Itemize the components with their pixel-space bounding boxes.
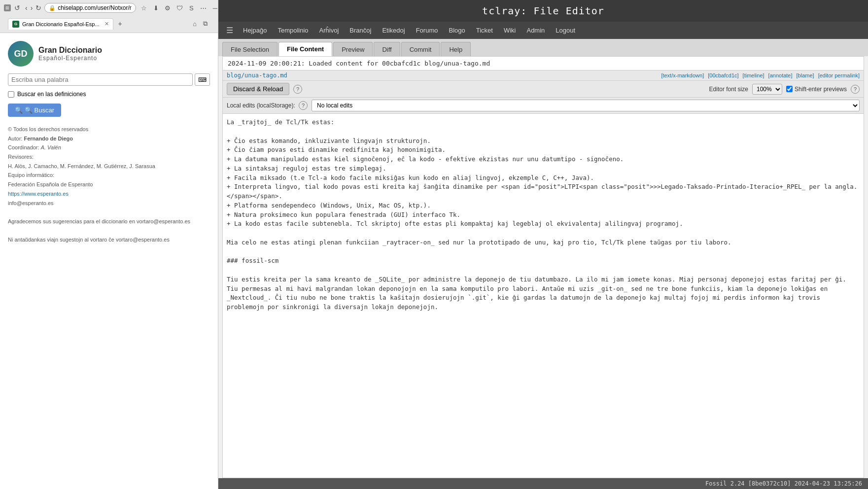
coordinator-row: Coordinador: A. Valén [8,143,210,152]
font-size-label: Editor font size [709,86,748,93]
email: info@esperanto.es [8,199,210,208]
tab-help[interactable]: Help [441,42,471,56]
site-title-block: Gran Diccionario Español-Esperanto [38,46,102,62]
search-row: ⌨ [8,73,210,86]
forward-btn[interactable]: › [31,3,33,13]
nav-bar: ☰ Hejpaĝo Tempolinio Arĥivoj Branĉoj Eti… [218,22,868,39]
tabs-row: File Selection File Content Preview Diff… [218,39,868,56]
more-icon[interactable]: ⋯ [198,3,208,13]
tab-file-selection[interactable]: File Selection [222,42,278,56]
lock-icon: 🔒 [49,5,56,11]
shift-enter-help-icon[interactable]: ? [851,85,860,94]
tab-bar: G Gran Diccionario Español-Esp... ✕ + ⌂ … [4,16,214,30]
ni-antaudankas: Ni antaŭdankas viajn sugestojn al vortar… [8,235,210,244]
tab-close-btn[interactable]: ✕ [104,21,109,27]
local-edits-label: Local edits (localStorage): ? [227,101,308,110]
address-bar-container: 🔒 [44,3,136,13]
nav-forumo[interactable]: Forumo [411,23,443,38]
file-checkin-link[interactable]: [00cbafcd1c] [708,72,738,78]
site-main-title: Gran Diccionario [38,46,102,55]
author-row: Autor: Fernando de Diego [8,134,210,143]
file-blame-link[interactable]: [blame] [797,72,814,78]
nav-arhivoj[interactable]: Arĥivoj [314,23,344,38]
font-size-select[interactable]: 50% 75% 100% 125% 150% [752,84,782,95]
local-edits-select[interactable]: No local edits [312,100,860,111]
footer-text: Fossil 2.24 [8be0372c10] 2024-04-23 13:2… [705,480,862,487]
local-edits-row: Local edits (localStorage): ? No local e… [222,98,864,114]
search-input[interactable] [8,73,193,86]
logo-text: GD [14,49,28,59]
tab-diff[interactable]: Diff [374,42,400,56]
equipo-row: Equipo informático: [8,171,210,180]
prev-browser-btn[interactable]: ↺ [12,3,22,13]
profile-icon[interactable]: S [186,3,196,13]
browser-tab[interactable]: G Gran Diccionario Español-Esp... ✕ [8,18,113,30]
discard-reload-btn[interactable]: Discard & Reload [227,83,289,95]
file-editor-permalink[interactable]: [editor permalink] [818,72,860,78]
nav-logout[interactable]: Logout [551,23,580,38]
logo-area: GD Gran Diccionario Español-Esperanto [8,41,210,67]
shift-enter-label: Shift-enter previews ? [786,85,860,94]
discard-help-icon[interactable]: ? [293,85,302,94]
browser-chrome: ⊞ ↺ ‹ › ↻ 🔒 ☆ ⬇ ⚙ 🛡 S ⋯ ─ □ ✕ [0,0,218,33]
search-magnifier-icon: 🔍 [15,106,23,114]
address-bar[interactable] [58,4,132,11]
revisores-row: Revisores: H. Alòs, J. Camacho, M. Ferná… [8,152,210,171]
status-message: 2024-11-09 20:00:21: Loaded content for … [228,60,490,67]
star-icon[interactable]: ☆ [139,3,149,13]
agradecemos: Agradecemos sus sugerencias para el dicc… [8,217,210,226]
file-meta-links: [text/x-markdown] [00cbafcd1c] [timeline… [661,72,860,78]
local-edits-help-icon[interactable]: ? [299,101,308,110]
site-logo: GD [8,41,34,67]
nav-admin[interactable]: Admin [521,23,550,38]
shift-enter-checkbox[interactable] [786,86,793,92]
checkbox-label: Buscar en las definiciones [17,91,86,98]
nav-brancoj[interactable]: Branĉoj [345,23,376,38]
status-bar: 2024-11-09 20:00:21: Loaded content for … [222,56,864,70]
file-meta-row: blog/unua-tago.md [text/x-markdown] [00c… [222,70,864,81]
search-icon-btn[interactable]: ⌨ [195,73,210,86]
nav-ticket[interactable]: Ticket [471,23,498,38]
app-title-bar: tclray: File Editor [218,0,868,22]
buscar-btn[interactable]: 🔍 🔍 Buscar [8,104,61,117]
sidebar-content: GD Gran Diccionario Español-Esperanto ⌨ … [0,33,218,489]
app-title: tclray: File Editor [482,5,604,17]
download-icon[interactable]: ⬇ [151,3,161,13]
refresh-btn[interactable]: ↻ [35,3,41,13]
checkbox-row: Buscar en las definiciones [8,91,210,98]
buscar-checkbox[interactable] [8,91,14,98]
hamburger-btn[interactable]: ☰ [222,22,237,39]
tab-preview[interactable]: Preview [333,42,373,56]
copyright: © Todos los derechos reservados [8,125,210,134]
editor-textarea[interactable] [223,114,864,478]
site-sub-title: Español-Esperanto [38,55,102,62]
back-btn[interactable]: ‹ [25,3,28,13]
file-timeline-link[interactable]: [timeline] [743,72,764,78]
shield-icon[interactable]: 🛡 [174,3,184,13]
main-content: tclray: File Editor ☰ Hejpaĝo Tempolinio… [218,0,868,489]
tab-title: Gran Diccionario Español-Esp... [22,21,100,27]
apps-icon[interactable]: ⊞ [4,4,11,11]
footer-bar: Fossil 2.24 [8be0372c10] 2024-04-23 13:2… [218,478,868,489]
file-type-link[interactable]: [text/x-markdown] [661,72,704,78]
file-path: blog/unua-tago.md [227,72,287,79]
editor-controls-row: Discard & Reload ? Editor font size 50% … [222,81,864,98]
tab-favicon: G [12,21,19,28]
nav-blogo[interactable]: Blogo [444,23,470,38]
nav-etikedoj[interactable]: Etikedoj [377,23,410,38]
new-tab-btn[interactable]: + [114,18,126,30]
settings-icon[interactable]: ⚙ [163,3,173,13]
federacion: Federación Española de Esperanto [8,180,210,189]
left-panel: ⊞ ↺ ‹ › ↻ 🔒 ☆ ⬇ ⚙ 🛡 S ⋯ ─ □ ✕ [0,0,218,489]
nav-hejpago[interactable]: Hejpaĝo [238,23,272,38]
nav-wiki[interactable]: Wiki [499,23,521,38]
home-btn[interactable]: ⌂ [190,19,199,29]
file-annotate-link[interactable]: [annotate] [768,72,793,78]
nav-tempolinio[interactable]: Tempolinio [273,23,313,38]
editor-area [222,114,864,478]
tab-file-content[interactable]: File Content [278,42,332,56]
tab-commit[interactable]: Commit [401,42,440,56]
website-link[interactable]: https://www.esperanto.es [8,191,69,197]
extensions-btn[interactable]: ⧉ [201,19,210,29]
sidebar-footer: © Todos los derechos reservados Autor: F… [8,125,210,244]
